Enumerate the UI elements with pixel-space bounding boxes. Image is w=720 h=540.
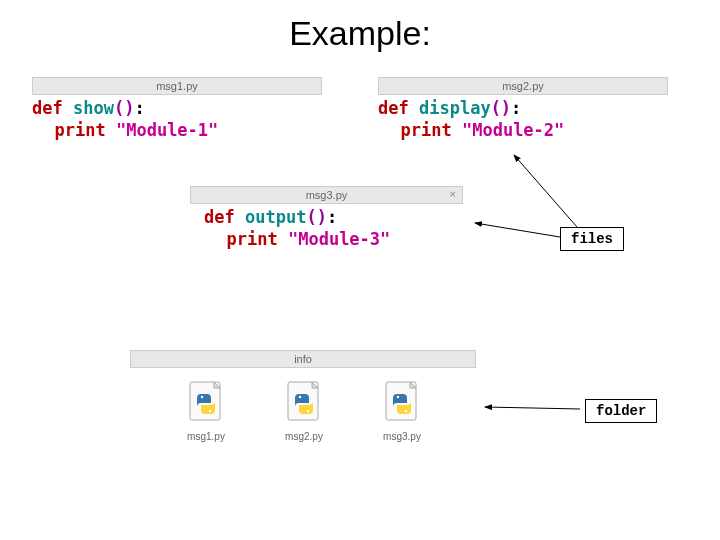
python-file-icon — [186, 380, 226, 424]
python-file-icon — [284, 380, 324, 424]
folder-header: info — [130, 350, 476, 368]
svg-point-7 — [299, 396, 301, 398]
file-icon-msg2[interactable]: msg2.py — [284, 380, 324, 442]
label-folder: folder — [585, 399, 657, 423]
arrow-to-msg3 — [475, 223, 560, 237]
file-caption: msg1.py — [186, 431, 226, 442]
svg-point-12 — [405, 410, 407, 412]
svg-point-8 — [307, 410, 309, 412]
file-caption: msg3.py — [382, 431, 422, 442]
folder-contents: msg1.py msg2.py msg3.py — [186, 380, 422, 442]
arrow-to-folder — [485, 407, 580, 409]
file-icon-msg3[interactable]: msg3.py — [382, 380, 422, 442]
folder-name: info — [294, 353, 312, 365]
file-icon-msg1[interactable]: msg1.py — [186, 380, 226, 442]
svg-line-0 — [514, 155, 577, 227]
file-caption: msg2.py — [284, 431, 324, 442]
arrow-to-msg2 — [0, 0, 720, 540]
python-file-icon — [382, 380, 422, 424]
svg-point-4 — [209, 410, 211, 412]
svg-point-11 — [397, 396, 399, 398]
svg-point-3 — [201, 396, 203, 398]
